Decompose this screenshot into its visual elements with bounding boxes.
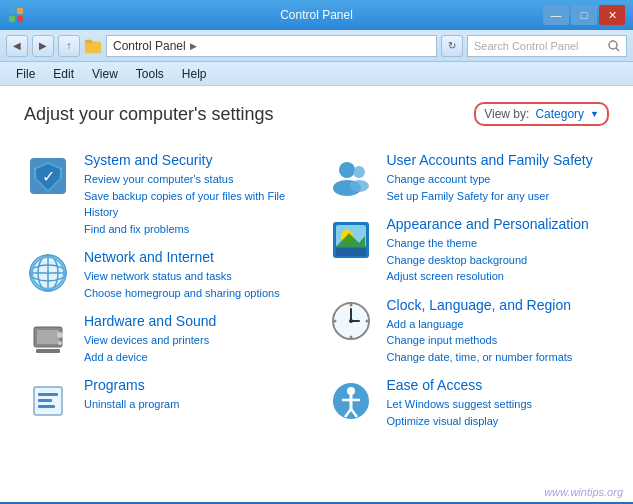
svg-point-44 — [333, 319, 336, 322]
panel-system-security: ✓ System and Security Review your comput… — [24, 146, 307, 243]
panel-programs: Programs Uninstall a program — [24, 371, 307, 431]
clock-title[interactable]: Clock, Language, and Region — [387, 297, 573, 313]
app-icon — [8, 7, 24, 23]
clock-link-1[interactable]: Add a language — [387, 316, 573, 333]
minimize-button[interactable]: — — [543, 5, 569, 25]
svg-rect-21 — [36, 349, 60, 353]
appearance-link-1[interactable]: Change the theme — [387, 235, 589, 252]
search-icon — [608, 40, 620, 52]
appearance-text: Appearance and Personalization Change th… — [387, 216, 589, 285]
ease-access-link-2[interactable]: Optimize visual display — [387, 413, 533, 430]
svg-rect-20 — [37, 330, 59, 344]
svg-point-43 — [349, 335, 352, 338]
address-field[interactable]: Control Panel ▶ — [106, 35, 437, 57]
right-column: User Accounts and Family Safety Change a… — [327, 146, 610, 435]
system-security-icon: ✓ — [24, 152, 72, 200]
svg-point-28 — [339, 162, 355, 178]
network-text: Network and Internet View network status… — [84, 249, 280, 301]
folder-icon — [84, 37, 102, 55]
clock-text: Clock, Language, and Region Add a langua… — [387, 297, 573, 366]
ease-access-icon — [327, 377, 375, 425]
address-arrow: ▶ — [190, 41, 197, 51]
svg-point-22 — [57, 332, 63, 338]
clock-link-3[interactable]: Change date, time, or number formats — [387, 349, 573, 366]
window-controls: — □ ✕ — [543, 5, 625, 25]
svg-text:✓: ✓ — [42, 168, 55, 185]
network-title[interactable]: Network and Internet — [84, 249, 280, 265]
clock-link-2[interactable]: Change input methods — [387, 332, 573, 349]
hardware-text: Hardware and Sound View devices and prin… — [84, 313, 216, 365]
user-accounts-link-2[interactable]: Set up Family Safety for any user — [387, 188, 593, 205]
menu-view[interactable]: View — [84, 65, 126, 83]
page-title: Adjust your computer's settings — [24, 104, 274, 125]
main-content: Adjust your computer's settings View by:… — [0, 86, 633, 502]
view-by-value[interactable]: Category — [535, 107, 584, 121]
close-button[interactable]: ✕ — [599, 5, 625, 25]
svg-rect-34 — [336, 248, 366, 256]
appearance-title[interactable]: Appearance and Personalization — [387, 216, 589, 232]
hardware-link-2[interactable]: Add a device — [84, 349, 216, 366]
programs-link-1[interactable]: Uninstall a program — [84, 396, 179, 413]
svg-point-23 — [58, 341, 62, 345]
system-security-link-3[interactable]: Find and fix problems — [84, 221, 307, 238]
svg-line-7 — [616, 48, 619, 51]
panel-ease-access: Ease of Access Let Windows suggest setti… — [327, 371, 610, 435]
panel-clock: Clock, Language, and Region Add a langua… — [327, 291, 610, 372]
hardware-link-1[interactable]: View devices and printers — [84, 332, 216, 349]
appearance-icon — [327, 216, 375, 264]
view-by-control[interactable]: View by: Category ▼ — [474, 102, 609, 126]
title-bar-left — [8, 7, 24, 23]
menu-file[interactable]: File — [8, 65, 43, 83]
appearance-link-2[interactable]: Change desktop background — [387, 252, 589, 269]
refresh-button[interactable]: ↻ — [441, 35, 463, 57]
address-text: Control Panel — [113, 39, 186, 53]
user-accounts-link-1[interactable]: Change account type — [387, 171, 593, 188]
programs-title[interactable]: Programs — [84, 377, 179, 393]
up-button[interactable]: ↑ — [58, 35, 80, 57]
network-link-2[interactable]: Choose homegroup and sharing options — [84, 285, 280, 302]
user-accounts-icon — [327, 152, 375, 200]
svg-rect-2 — [9, 16, 15, 22]
programs-text: Programs Uninstall a program — [84, 377, 179, 413]
svg-point-41 — [349, 319, 353, 323]
system-security-title[interactable]: System and Security — [84, 152, 307, 168]
appearance-link-3[interactable]: Adjust screen resolution — [387, 268, 589, 285]
user-accounts-text: User Accounts and Family Safety Change a… — [387, 152, 593, 204]
watermark: www.wintips.org — [544, 486, 623, 498]
view-by-label: View by: — [484, 107, 529, 121]
panels-grid: ✓ System and Security Review your comput… — [24, 146, 609, 435]
system-security-link-2[interactable]: Save backup copies of your files with Fi… — [84, 188, 307, 221]
panel-appearance: Appearance and Personalization Change th… — [327, 210, 610, 291]
menu-tools[interactable]: Tools — [128, 65, 172, 83]
maximize-button[interactable]: □ — [571, 5, 597, 25]
panel-network: Network and Internet View network status… — [24, 243, 307, 307]
svg-point-31 — [349, 180, 369, 192]
svg-rect-27 — [38, 405, 55, 408]
panel-hardware: Hardware and Sound View devices and prin… — [24, 307, 307, 371]
forward-button[interactable]: ▶ — [32, 35, 54, 57]
programs-icon — [24, 377, 72, 425]
svg-point-47 — [347, 387, 355, 395]
network-link-1[interactable]: View network status and tasks — [84, 268, 280, 285]
menu-edit[interactable]: Edit — [45, 65, 82, 83]
ease-access-title[interactable]: Ease of Access — [387, 377, 533, 393]
search-placeholder: Search Control Panel — [474, 40, 579, 52]
svg-point-42 — [349, 303, 352, 306]
ease-access-link-1[interactable]: Let Windows suggest settings — [387, 396, 533, 413]
ease-access-text: Ease of Access Let Windows suggest setti… — [387, 377, 533, 429]
panel-user-accounts: User Accounts and Family Safety Change a… — [327, 146, 610, 210]
clock-icon — [327, 297, 375, 345]
svg-rect-5 — [85, 39, 92, 43]
hardware-title[interactable]: Hardware and Sound — [84, 313, 216, 329]
chevron-down-icon: ▼ — [590, 109, 599, 119]
user-accounts-title[interactable]: User Accounts and Family Safety — [387, 152, 593, 168]
back-button[interactable]: ◀ — [6, 35, 28, 57]
menu-help[interactable]: Help — [174, 65, 215, 83]
system-security-text: System and Security Review your computer… — [84, 152, 307, 237]
svg-rect-26 — [38, 399, 52, 402]
system-security-link-1[interactable]: Review your computer's status — [84, 171, 307, 188]
svg-rect-0 — [9, 8, 15, 14]
network-icon — [24, 249, 72, 297]
search-box[interactable]: Search Control Panel — [467, 35, 627, 57]
content-header: Adjust your computer's settings View by:… — [24, 102, 609, 126]
